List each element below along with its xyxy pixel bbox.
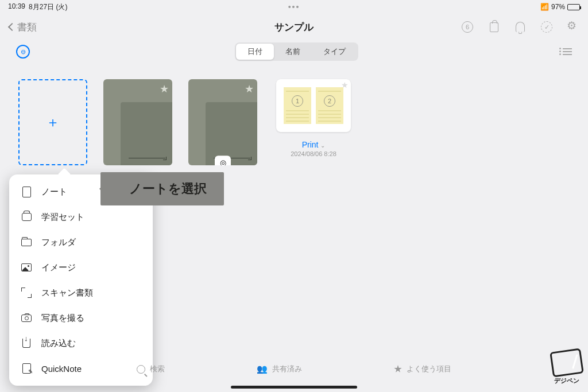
top-nav: 書類 サンプル 6 ✓	[0, 14, 588, 40]
bell-icon[interactable]	[514, 21, 526, 33]
filter-row: ⊖ 日付 名前 タイプ	[0, 40, 588, 63]
multitask-dots[interactable]: •••	[288, 2, 300, 11]
shop-icon[interactable]	[488, 21, 500, 33]
menu-item-import[interactable]: 読み込む	[9, 331, 153, 356]
camera-badge-icon: ◎	[215, 156, 231, 165]
bottom-shared[interactable]: 👥共有済み	[257, 364, 302, 374]
note-icon	[21, 186, 32, 197]
print-preview: ★ 1 2	[276, 79, 351, 132]
menu-item-camera[interactable]: 写真を撮る	[9, 305, 153, 331]
star-icon[interactable]: ★	[160, 83, 169, 95]
plus-icon: ＋	[46, 113, 60, 131]
menu-item-image[interactable]: イメージ	[9, 255, 153, 280]
sync-badge-icon[interactable]: 6	[462, 21, 473, 33]
people-icon: 👥	[257, 364, 268, 374]
menu-item-folder[interactable]: フォルダ	[9, 230, 153, 255]
create-popup: ノート 学習セット フォルダ イメージ スキャン書類 写真を撮る 読み込む Qu…	[9, 174, 153, 386]
segment-name[interactable]: 名前	[274, 44, 312, 60]
import-icon	[21, 337, 32, 349]
wifi-icon: 📶	[540, 3, 549, 11]
tile-date: 2024/08/06 8:28	[291, 150, 336, 157]
note-tile-1[interactable]: ★	[103, 79, 172, 165]
add-tile[interactable]: ＋	[18, 79, 87, 165]
list-view-icon[interactable]	[563, 48, 572, 55]
segment-type[interactable]: タイプ	[312, 44, 357, 60]
annotation-callout: ノートを選択	[100, 172, 224, 205]
chevron-left-icon	[8, 23, 16, 31]
status-time: 10:39	[8, 2, 25, 12]
search-icon	[137, 365, 145, 374]
page-title: サンプル	[274, 21, 314, 34]
image-icon	[21, 262, 32, 273]
sort-segment: 日付 名前 タイプ	[235, 42, 358, 61]
status-bar: 10:39 8月27日 (火) ••• 📶 97%	[0, 0, 588, 14]
folder-icon	[21, 236, 32, 248]
status-date: 8月27日 (火)	[29, 2, 67, 12]
back-button[interactable]: 書類	[9, 21, 37, 34]
camera-icon	[21, 312, 32, 324]
document-grid: ＋ ★ ★ ◎ ★ 1 2 Print ⌄ 2024/08/06 8:28	[0, 63, 588, 181]
note-tile-2[interactable]: ★ ◎	[188, 79, 257, 165]
star-icon	[394, 365, 402, 373]
tile-label[interactable]: Print ⌄	[302, 140, 326, 149]
menu-item-scan[interactable]: スキャン書類	[9, 280, 153, 305]
select-mode-button[interactable]: ⊖	[16, 45, 30, 59]
star-icon[interactable]: ★	[245, 83, 254, 95]
bottom-favorites[interactable]: よく使う項目	[394, 364, 451, 374]
back-label: 書類	[17, 21, 37, 34]
stack-icon	[21, 211, 32, 223]
menu-item-study-set[interactable]: 学習セット	[9, 204, 153, 230]
scan-icon	[21, 287, 32, 298]
watermark-logo: デジペン	[551, 350, 582, 385]
bottom-search[interactable]: 検索	[137, 364, 165, 374]
print-tile[interactable]: ★ 1 2 Print ⌄ 2024/08/06 8:28	[273, 79, 354, 157]
bottom-bar: 検索 👥共有済み よく使う項目	[0, 356, 588, 382]
chevron-down-icon: ⌄	[320, 142, 325, 149]
gear-icon[interactable]	[567, 21, 579, 33]
segment-date[interactable]: 日付	[236, 44, 274, 60]
progress-icon[interactable]: ✓	[541, 21, 552, 33]
battery-icon	[567, 4, 580, 10]
battery-pct: 97%	[551, 3, 565, 11]
home-indicator[interactable]	[231, 386, 357, 389]
